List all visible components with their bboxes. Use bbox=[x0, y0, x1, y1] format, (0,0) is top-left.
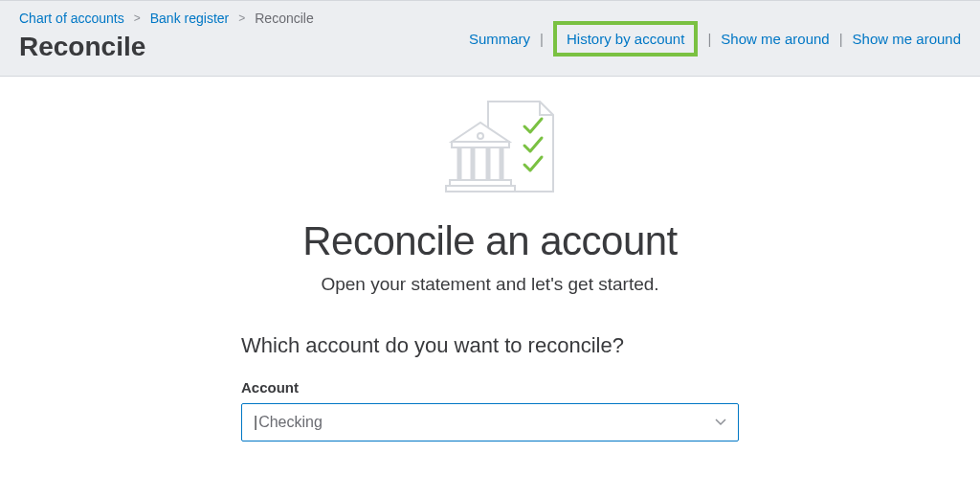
main-heading: Reconcile an account bbox=[0, 218, 980, 264]
page-title: Reconcile bbox=[19, 32, 314, 62]
svg-rect-1 bbox=[452, 142, 509, 147]
account-field-label: Account bbox=[241, 379, 739, 396]
header-left: Chart of accounts > Bank register > Reco… bbox=[19, 11, 314, 62]
history-by-account-link[interactable]: History by account bbox=[567, 31, 684, 47]
question-text: Which account do you want to reconcile? bbox=[241, 333, 739, 358]
highlight-history-by-account: History by account bbox=[553, 21, 698, 57]
chevron-right-icon: > bbox=[134, 11, 141, 25]
reconcile-illustration-icon bbox=[0, 96, 980, 201]
separator: | bbox=[839, 31, 843, 47]
breadcrumb-chart-of-accounts[interactable]: Chart of accounts bbox=[19, 11, 124, 26]
breadcrumb: Chart of accounts > Bank register > Reco… bbox=[19, 11, 314, 26]
account-selection-block: Which account do you want to reconcile? … bbox=[241, 333, 739, 441]
summary-link[interactable]: Summary bbox=[469, 31, 530, 47]
separator: | bbox=[540, 31, 544, 47]
separator: | bbox=[707, 31, 711, 47]
show-me-around-link[interactable]: Show me around bbox=[721, 31, 829, 47]
chevron-right-icon: > bbox=[238, 11, 245, 25]
header-actions: Summary | History by account | Show me a… bbox=[469, 21, 961, 62]
main-subheading: Open your statement and let's get starte… bbox=[0, 274, 980, 295]
account-select-value: Checking bbox=[258, 414, 323, 430]
account-select[interactable]: |Checking bbox=[241, 403, 739, 441]
show-me-around-link-2[interactable]: Show me around bbox=[853, 31, 961, 47]
page-header: Chart of accounts > Bank register > Reco… bbox=[0, 0, 980, 77]
breadcrumb-bank-register[interactable]: Bank register bbox=[150, 11, 229, 26]
main-content: Reconcile an account Open your statement… bbox=[0, 77, 980, 441]
breadcrumb-current: Reconcile bbox=[255, 11, 313, 26]
chevron-down-icon bbox=[715, 419, 726, 426]
svg-rect-7 bbox=[446, 186, 515, 192]
